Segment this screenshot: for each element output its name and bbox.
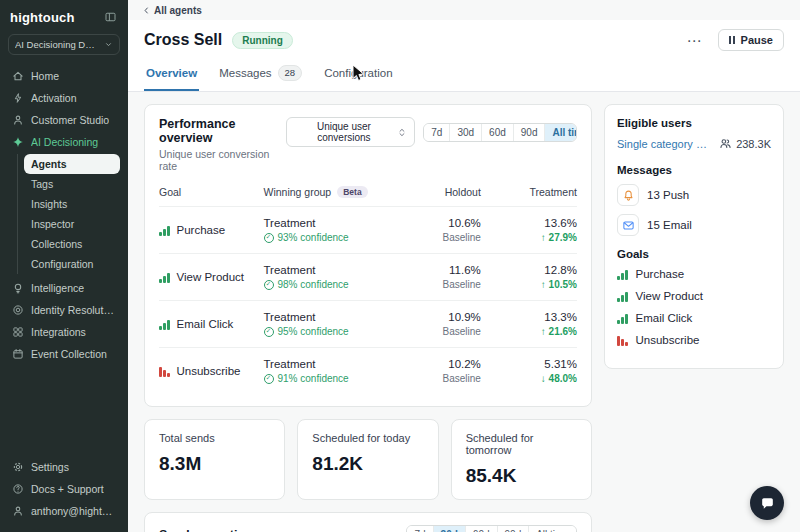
sidebar-item-customer-studio[interactable]: Customer Studio	[8, 109, 120, 131]
sidebar-item-label: Docs + Support	[31, 483, 104, 495]
workspace-name: AI Decisioning Demo - ...	[15, 39, 100, 50]
sidebar-item-tags[interactable]: Tags	[24, 174, 120, 194]
goal-label: View Product	[636, 290, 704, 302]
agent-summary-card: Eligible users Single category pur... 23…	[604, 104, 784, 369]
sidebar-item-settings[interactable]: Settings	[8, 456, 120, 478]
updown-chevron-icon	[398, 127, 406, 138]
app-window: hightouch AI Decisioning Demo - ... Home…	[0, 0, 800, 532]
email-messages-item[interactable]: 15 Email	[617, 214, 771, 236]
sidebar-item-collections[interactable]: Collections	[24, 234, 120, 254]
tab-overview[interactable]: Overview	[144, 60, 199, 91]
sidebar-item-configuration[interactable]: Configuration	[24, 254, 120, 274]
tab-configuration[interactable]: Configuration	[322, 60, 394, 91]
treatment-value: 5.31%	[481, 358, 577, 370]
holdout-label: Baseline	[401, 232, 480, 243]
goal-row-email-click[interactable]: Email Click Treatment ✓95% confidence 10…	[159, 300, 577, 347]
sidebar-nav: Home Activation Customer Studio AI Decis…	[0, 65, 128, 522]
column-winning-group: Winning group Beta	[264, 186, 402, 198]
confidence-label: 98% confidence	[278, 279, 349, 290]
confidence-label: 91% confidence	[278, 373, 349, 384]
sends-range-all-time[interactable]: All time	[528, 526, 576, 532]
column-goal: Goal	[159, 186, 264, 198]
goal-row-purchase[interactable]: Purchase Treatment ✓93% confidence 10.6%…	[159, 206, 577, 253]
audience-link[interactable]: Single category pur...	[617, 138, 707, 150]
range-all-time[interactable]: All time	[544, 124, 577, 141]
sends-over-time-card: Sends over time 7d 30d 60d 90d All time …	[144, 512, 592, 532]
pause-icon	[729, 36, 735, 44]
eligible-users-title: Eligible users	[617, 117, 771, 129]
sidebar-item-account[interactable]: anthony@hightouch.io	[8, 500, 120, 522]
sidebar: hightouch AI Decisioning Demo - ... Home…	[0, 0, 128, 532]
goal-item-email-click[interactable]: Email Click	[617, 312, 771, 324]
messages-title: Messages	[617, 164, 771, 176]
breadcrumb-all-agents[interactable]: All agents	[142, 5, 202, 16]
sends-range-7d[interactable]: 7d	[407, 526, 432, 532]
range-60d[interactable]: 60d	[481, 124, 513, 141]
bar-chart-icon	[617, 313, 628, 324]
goal-label: Email Click	[636, 312, 693, 324]
help-icon	[12, 483, 24, 495]
more-menu-button[interactable]: ⋯	[681, 33, 708, 48]
winning-group: Treatment	[264, 264, 402, 276]
messages-count-badge: 28	[278, 65, 303, 81]
sidebar-item-activation[interactable]: Activation	[8, 87, 120, 109]
goal-name: Email Click	[177, 318, 234, 330]
sends-range-30d[interactable]: 30d	[433, 526, 465, 532]
total-sends-card: Total sends 8.3M	[144, 419, 285, 500]
sidebar-item-integrations[interactable]: Integrations	[8, 321, 120, 343]
goal-row-view-product[interactable]: View Product Treatment ✓98% confidence 1…	[159, 253, 577, 300]
lightbulb-icon	[12, 282, 24, 294]
workspace-selector[interactable]: AI Decisioning Demo - ...	[8, 34, 120, 55]
bell-icon	[617, 184, 639, 206]
bar-chart-down-icon	[617, 335, 628, 346]
lift-value: 48.0%	[549, 373, 577, 384]
stat-label: Scheduled for tomorrow	[466, 432, 577, 456]
holdout-label: Baseline	[401, 373, 480, 384]
goal-row-unsubscribe[interactable]: Unsubscribe Treatment ✓91% confidence 10…	[159, 347, 577, 394]
range-90d[interactable]: 90d	[513, 124, 545, 141]
sends-range-90d[interactable]: 90d	[497, 526, 529, 532]
sidebar-item-docs-support[interactable]: Docs + Support	[8, 478, 120, 500]
goal-item-purchase[interactable]: Purchase	[617, 268, 771, 280]
page-header: Cross Sell Running ⋯ Pause Overview Mess…	[128, 20, 800, 92]
lift-arrow-icon: ↑	[541, 279, 546, 290]
range-30d[interactable]: 30d	[449, 124, 481, 141]
goal-item-view-product[interactable]: View Product	[617, 290, 771, 302]
sidebar-item-label: Integrations	[31, 326, 86, 338]
people-icon	[719, 137, 732, 150]
performance-table: Goal Winning group Beta Holdout Treatmen…	[159, 184, 577, 394]
sidebar-item-label: Event Collection	[31, 348, 107, 360]
push-messages-item[interactable]: 13 Push	[617, 184, 771, 206]
goal-item-unsubscribe[interactable]: Unsubscribe	[617, 334, 771, 346]
sidebar-item-insights[interactable]: Insights	[24, 194, 120, 214]
sends-range-60d[interactable]: 60d	[465, 526, 497, 532]
content-area: Performance overview Unique user convers…	[128, 92, 800, 532]
stat-value: 85.4K	[466, 465, 577, 487]
metric-select[interactable]: Unique user conversions	[286, 117, 415, 147]
winning-group: Treatment	[264, 358, 402, 370]
sidebar-collapse-icon[interactable]	[103, 11, 118, 24]
page-title: Cross Sell	[144, 31, 222, 49]
home-icon	[12, 70, 24, 82]
sidebar-item-label: AI Decisioning	[31, 136, 98, 148]
pause-button[interactable]: Pause	[718, 29, 784, 51]
sidebar-item-identity-resolution[interactable]: Identity Resolution	[8, 299, 120, 321]
range-7d[interactable]: 7d	[424, 124, 449, 141]
sidebar-item-ai-decisioning[interactable]: AI Decisioning	[8, 131, 120, 153]
confidence-label: 93% confidence	[278, 232, 349, 243]
chat-bubble-icon	[759, 495, 776, 512]
stat-value: 81.2K	[312, 453, 423, 475]
sidebar-item-agents[interactable]: Agents	[24, 154, 120, 174]
sidebar-item-event-collection[interactable]: Event Collection	[8, 343, 120, 365]
tab-messages[interactable]: Messages 28	[217, 60, 304, 91]
winning-group: Treatment	[264, 217, 402, 229]
sidebar-item-home[interactable]: Home	[8, 65, 120, 87]
check-circle-icon: ✓	[264, 327, 274, 337]
goal-label: Purchase	[636, 268, 685, 280]
support-chat-button[interactable]	[750, 486, 784, 520]
lift-value: 21.6%	[549, 326, 577, 337]
sidebar-item-inspector[interactable]: Inspector	[24, 214, 120, 234]
stat-label: Total sends	[159, 432, 270, 444]
sidebar-item-intelligence[interactable]: Intelligence	[8, 277, 120, 299]
performance-overview-card: Performance overview Unique user convers…	[144, 104, 592, 407]
